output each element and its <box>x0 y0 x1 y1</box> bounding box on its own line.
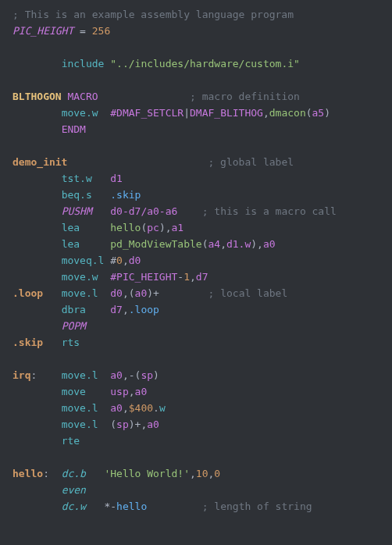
code-token <box>98 369 111 381</box>
code-line: dbra d7,.loop <box>12 304 159 315</box>
code-line: move.l a0,$400.w <box>12 402 166 414</box>
code-token: #PIC_HEIGHT <box>110 271 177 283</box>
code-editor[interactable]: ; This is an example assembly language p… <box>0 0 392 524</box>
code-token <box>92 173 110 184</box>
code-token <box>12 189 62 201</box>
code-line: include "../includes/hardware/custom.i" <box>12 58 300 69</box>
code-token: rts <box>62 337 80 348</box>
code-token: demo_init <box>12 156 67 168</box>
code-token: : <box>43 468 61 479</box>
code-token: pc <box>147 222 159 233</box>
code-token: ,-( <box>123 369 141 381</box>
code-token <box>12 435 62 447</box>
code-line: moveq.l #0,d0 <box>12 255 141 266</box>
code-token <box>86 304 110 315</box>
code-token: ; this is a macro call <box>202 205 337 217</box>
code-token: ; local label <box>208 287 288 299</box>
code-line: irq: move.l a0,-(sp) <box>12 369 159 381</box>
code-token: PIC_HEIGHT <box>12 25 73 37</box>
code-token <box>43 337 61 348</box>
code-line: tst.w d1 <box>12 173 123 184</box>
code-token: "../includes/hardware/custom.i" <box>110 58 300 69</box>
code-token <box>98 402 111 414</box>
code-token: move.l <box>62 402 98 414</box>
code-token: ( <box>98 419 116 430</box>
code-token: #DMAF_SETCLR <box>110 107 184 119</box>
code-token <box>92 189 110 201</box>
code-token: a0 <box>147 419 159 430</box>
code-token: moveq.l <box>62 255 105 266</box>
code-token: d0-d7/a0-a6 <box>110 205 177 217</box>
code-line: .skip rts <box>12 337 80 348</box>
code-token: a0 <box>135 287 148 299</box>
code-token: .loop <box>12 287 43 299</box>
code-token: - <box>177 271 184 283</box>
code-token: , <box>123 255 129 266</box>
code-token: d7 <box>196 271 208 283</box>
code-token: ) <box>324 107 330 119</box>
code-token: d0 <box>110 287 123 299</box>
code-token <box>12 320 62 332</box>
code-token: , <box>129 386 135 397</box>
code-token: dc.w <box>62 500 86 512</box>
code-token: ( <box>306 107 312 119</box>
code-token <box>80 238 110 250</box>
code-token: = <box>73 25 91 37</box>
code-line: move.l (sp)+,a0 <box>12 419 159 430</box>
code-token: 0 <box>214 468 220 479</box>
code-token <box>12 271 62 283</box>
code-line: even <box>12 484 86 496</box>
code-token: a0 <box>263 238 276 250</box>
code-token: move <box>62 386 86 397</box>
code-token <box>12 484 62 496</box>
code-token: ), <box>251 238 263 250</box>
code-token <box>12 173 62 184</box>
code-token: .loop <box>129 304 159 315</box>
code-line: POPM <box>12 320 86 332</box>
code-token: # <box>104 255 116 266</box>
code-token: ), <box>159 222 172 233</box>
code-token: hello <box>110 222 141 233</box>
code-token: a0 <box>110 369 123 381</box>
code-token: a0 <box>110 402 123 414</box>
code-token: lea <box>62 238 80 250</box>
code-token: , <box>190 468 196 479</box>
code-token: 1 <box>184 271 190 283</box>
code-token: 256 <box>92 25 110 37</box>
code-token: dc.b <box>62 468 86 479</box>
code-token: irq <box>12 369 30 381</box>
code-token <box>12 238 62 250</box>
code-token: lea <box>62 222 80 233</box>
code-line: beq.s .skip <box>12 189 141 201</box>
code-token: ENDM <box>62 123 86 135</box>
code-token: move.w <box>62 107 98 119</box>
code-line: ; This is an example assembly language p… <box>12 9 294 20</box>
code-token: | <box>184 107 190 119</box>
code-token: dbra <box>62 304 86 315</box>
code-token <box>98 271 111 283</box>
code-token: , <box>220 238 226 250</box>
code-line: dc.w *-hello ; length of string <box>12 500 312 512</box>
code-line: ENDM <box>12 123 86 135</box>
code-token <box>12 58 62 69</box>
code-token: hello <box>12 468 43 479</box>
code-line: BLTHOGON MACRO ; macro definition <box>12 91 300 102</box>
code-token: move.w <box>62 271 98 283</box>
code-token <box>12 255 62 266</box>
code-line: PUSHM d0-d7/a0-a6 ; this is a macro call <box>12 205 337 217</box>
code-token <box>159 287 208 299</box>
code-token: PUSHM <box>62 205 92 217</box>
code-token: , <box>190 271 196 283</box>
code-token: d1 <box>110 173 123 184</box>
code-token: d1.w <box>226 238 251 250</box>
code-token: tst.w <box>62 173 92 184</box>
code-token <box>12 500 62 512</box>
code-token <box>98 107 111 119</box>
code-token: sp <box>141 369 153 381</box>
code-token: pd_ModViewTable <box>110 238 201 250</box>
code-token: . <box>153 402 159 414</box>
code-token: d7 <box>110 304 123 315</box>
code-token: a1 <box>172 222 184 233</box>
code-token: : <box>30 369 61 381</box>
code-token: ; length of string <box>202 500 312 512</box>
